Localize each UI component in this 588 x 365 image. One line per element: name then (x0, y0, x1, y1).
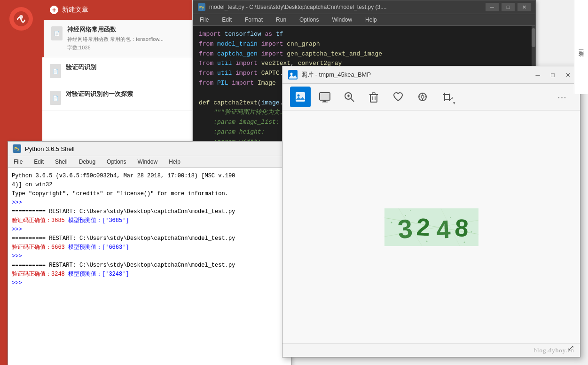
shell-menu-file[interactable]: File (12, 158, 24, 166)
python-shell-window: Py Python 3.6.5 Shell File Edit Shell De… (8, 141, 292, 365)
blog-item-2[interactable]: 📄 验证码识别 (42, 57, 192, 84)
blog-item-1[interactable]: 📄 神经网络常用函数 神经网络常用函数 常用的包：tensorflow... 字… (42, 20, 192, 57)
photo-titlebar: 照片 - tmpm_45kea_BMP ─ □ ✕ (282, 66, 580, 84)
python-shell-title: Python 3.6.5 Shell (25, 145, 75, 152)
edit-button[interactable] (412, 87, 433, 107)
shell-line-8: ========== RESTART: C:\Users\stdy\Deskto… (12, 234, 288, 243)
article-content-2: 验证码识别 (66, 63, 185, 73)
svg-point-39 (391, 222, 392, 223)
favorite-button[interactable] (388, 87, 408, 107)
shell-line-3: Type "copyright", "credits" or "license(… (12, 190, 288, 198)
blog-header: + 新建文章 (42, 0, 192, 20)
code-editor-title: model_test.py - C:\Users\stdy\Desktop\ca… (209, 4, 387, 10)
photo-close-button[interactable]: ✕ (561, 70, 574, 80)
python-shell-icon: Py (13, 144, 21, 153)
slideshow-button[interactable] (314, 87, 335, 107)
article-title-1: 神经网络常用函数 (67, 25, 185, 34)
svg-point-45 (463, 241, 465, 243)
article-icon-1: 📄 (51, 26, 63, 40)
shell-menu-window[interactable]: Window (135, 158, 159, 166)
shell-line-6: 验证码正确值：3685 模型预测值：['3685'] (12, 216, 288, 225)
svg-point-1 (19, 15, 23, 19)
menu-window[interactable]: Window (329, 16, 355, 24)
python-shell-titlebar: Py Python 3.6.5 Shell (8, 142, 291, 156)
menu-format[interactable]: Format (242, 16, 266, 24)
code-editor-menu: File Edit Format Run Options Window Help (193, 14, 535, 26)
python-shell-body[interactable]: Python 3.6.5 (v3.6.5:f59c0932b4, Mar 28 … (8, 168, 291, 365)
svg-point-42 (450, 217, 451, 218)
blog-item-3[interactable]: 📄 对验证码识别的一次探索 (42, 84, 192, 111)
scrollbar-thumb (532, 28, 535, 47)
article-icon-3: 📄 (50, 91, 61, 105)
crop-button[interactable]: ▾ (437, 87, 457, 107)
photo-maximize-button[interactable]: □ (546, 70, 559, 80)
article-title-3: 对验证码识别的一次探索 (66, 90, 185, 98)
python-file-icon: Py (198, 3, 205, 11)
more-options-button[interactable]: ··· (552, 87, 572, 107)
expand-icon[interactable]: ⤢ (567, 343, 574, 353)
menu-run[interactable]: Run (273, 16, 289, 24)
svg-point-41 (426, 240, 427, 242)
article-content-1: 神经网络常用函数 神经网络常用函数 常用的包：tensorflow... 字数:… (67, 25, 185, 51)
photo-toolbar: ▾ ··· (282, 84, 580, 111)
shell-menu-edit[interactable]: Edit (32, 158, 46, 166)
sidebar-logo (7, 5, 35, 33)
photo-minimize-button[interactable]: ─ (531, 70, 544, 80)
menu-edit[interactable]: Edit (219, 16, 235, 24)
photo-content: 3 2 4 8 (282, 111, 580, 343)
svg-rect-10 (320, 93, 329, 100)
menu-help[interactable]: Help (362, 16, 380, 24)
shell-line-11: ========== RESTART: C:\Users\stdy\Deskto… (12, 261, 288, 270)
photo-window-controls: ─ □ ✕ (531, 70, 574, 80)
svg-text:3: 3 (396, 213, 414, 244)
svg-point-44 (410, 210, 411, 211)
menu-options[interactable]: Options (297, 16, 321, 24)
add-article-label[interactable]: 新建文章 (62, 6, 88, 14)
shell-line-2: 4)] on win32 (12, 181, 288, 189)
shell-menu-debug[interactable]: Debug (77, 158, 97, 166)
code-line-3: from captcha_gen import gen_captcha_text… (199, 49, 530, 59)
shell-line-12: 验证码正确值：3248 模型预测值：['3248'] (12, 270, 288, 278)
shell-line-1: Python 3.6.5 (v3.6.5:f59c0932b4, Mar 28 … (12, 172, 288, 180)
right-panel-info: 一个列表 (574, 0, 588, 94)
code-editor-titlebar: Py model_test.py - C:\Users\stdy\Desktop… (193, 0, 535, 14)
shell-menu-help[interactable]: Help (167, 158, 182, 166)
svg-text:8: 8 (454, 214, 469, 242)
shell-menu-options[interactable]: Options (105, 158, 128, 166)
add-article-icon[interactable]: + (50, 6, 58, 14)
close-button[interactable]: ✕ (517, 3, 531, 11)
delete-button[interactable] (363, 87, 384, 107)
code-line-1: import tensorflow as tf (199, 30, 530, 40)
svg-point-40 (405, 215, 406, 216)
photo-viewer-window: 照片 - tmpm_45kea_BMP ─ □ ✕ (282, 66, 580, 357)
logo-icon (9, 7, 33, 31)
minimize-button[interactable]: ─ (486, 3, 499, 11)
zoom-in-button[interactable] (339, 87, 360, 107)
captcha-image: 3 2 4 8 (384, 208, 478, 246)
svg-rect-15 (370, 95, 377, 102)
svg-rect-8 (323, 100, 326, 102)
shell-line-10: >>> (12, 252, 288, 261)
svg-line-12 (351, 98, 354, 102)
photo-title: 照片 - tmpm_45kea_BMP (301, 71, 527, 79)
svg-point-3 (290, 73, 293, 75)
article-wordcount-1: 字数:1036 (67, 44, 185, 51)
svg-point-6 (298, 95, 300, 97)
window-controls: ─ □ ✕ (486, 3, 531, 11)
view-photo-button[interactable] (290, 87, 311, 107)
photo-app-icon (288, 70, 298, 79)
article-title-2: 验证码识别 (66, 63, 185, 71)
shell-line-7: >>> (12, 225, 288, 234)
article-desc-1: 神经网络常用函数 常用的包：tensorflow... (67, 36, 185, 43)
shell-line-4: >>> (12, 198, 288, 207)
blog-panel: + 新建文章 📄 神经网络常用函数 神经网络常用函数 常用的包：tensorfl… (42, 0, 193, 151)
article-icon-2: 📄 (50, 64, 61, 78)
photo-footer: blog.dyboy.cn ⤢ (282, 343, 580, 357)
maximize-button[interactable]: □ (502, 3, 515, 11)
code-line-2: from model_train import cnn_graph (199, 40, 530, 49)
python-shell-menu: File Edit Shell Debug Options Window Hel… (8, 156, 291, 168)
shell-menu-shell[interactable]: Shell (53, 158, 70, 166)
svg-text:2: 2 (416, 213, 431, 241)
svg-text:4: 4 (435, 214, 451, 243)
menu-file[interactable]: File (197, 16, 212, 24)
